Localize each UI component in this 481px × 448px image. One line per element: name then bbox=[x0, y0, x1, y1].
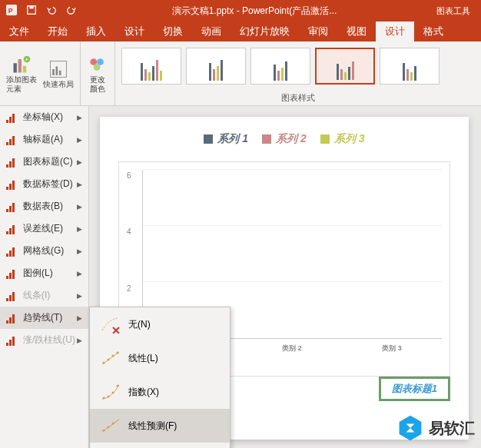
save-icon[interactable] bbox=[26, 5, 37, 18]
menu-item-label: 图例(L) bbox=[23, 267, 77, 280]
menu-item-9[interactable]: 趋势线(T)▶ bbox=[0, 307, 88, 329]
quick-access-toolbar: P bbox=[6, 5, 77, 18]
titlebar: P 演示文稿1.pptx - PowerPoint(产品激活... 图表工具 bbox=[0, 0, 481, 22]
menu-item-1[interactable]: 轴标题(A)▶ bbox=[0, 128, 88, 151]
svg-rect-19 bbox=[6, 142, 8, 145]
menu-item-3[interactable]: 数据标签(D)▶ bbox=[0, 173, 88, 195]
svg-rect-12 bbox=[59, 70, 61, 75]
menu-item-10: 涨/跌柱线(U)▶ bbox=[0, 329, 88, 351]
menu-item-label: 线条(I) bbox=[23, 289, 77, 302]
svg-rect-3 bbox=[29, 5, 33, 8]
chevron-right-icon: ▶ bbox=[77, 225, 82, 233]
svg-rect-40 bbox=[6, 298, 8, 301]
chart-style-2[interactable] bbox=[186, 48, 246, 85]
tab-view[interactable]: 视图 bbox=[337, 22, 376, 41]
chevron-right-icon: ▶ bbox=[77, 247, 82, 255]
menu-item-4[interactable]: 数据表(B)▶ bbox=[0, 195, 88, 217]
ribbon-group-chart-styles: 图表样式 bbox=[115, 41, 481, 105]
add-chart-element-label: 添加图表 元素 bbox=[6, 75, 37, 94]
trendline-option-0[interactable]: 无(N) bbox=[90, 307, 230, 341]
menu-item-label: 数据标签(D) bbox=[23, 178, 77, 191]
chevron-right-icon: ▶ bbox=[77, 203, 82, 211]
svg-rect-17 bbox=[9, 117, 12, 123]
menu-item-label: 图表标题(C) bbox=[23, 155, 77, 168]
chart-style-5[interactable] bbox=[380, 48, 440, 85]
chevron-right-icon: ▶ bbox=[77, 314, 82, 322]
tab-animation[interactable]: 动画 bbox=[192, 22, 231, 41]
trendline-option-label: 线性(L) bbox=[128, 352, 158, 365]
chart-style-4[interactable] bbox=[315, 48, 375, 85]
svg-rect-31 bbox=[6, 231, 8, 234]
menu-item-6[interactable]: 网格线(G)▶ bbox=[0, 240, 88, 262]
change-colors-button[interactable]: 更改 颜色 bbox=[85, 52, 110, 95]
svg-rect-4 bbox=[14, 63, 17, 72]
svg-rect-42 bbox=[12, 292, 15, 301]
chart-style-3[interactable] bbox=[250, 48, 310, 85]
svg-rect-11 bbox=[56, 66, 58, 75]
ppt-icon: P bbox=[6, 5, 17, 18]
trendline-option-2[interactable]: 指数(X) bbox=[90, 375, 230, 409]
tab-design[interactable]: 设计 bbox=[115, 22, 154, 41]
tab-transition[interactable]: 切换 bbox=[154, 22, 192, 41]
legend-swatch bbox=[320, 134, 330, 144]
svg-rect-23 bbox=[9, 161, 12, 168]
chevron-right-icon: ▶ bbox=[77, 270, 82, 277]
menu-item-5[interactable]: 误差线(E)▶ bbox=[0, 217, 88, 240]
svg-text:+: + bbox=[25, 55, 28, 62]
svg-rect-22 bbox=[6, 164, 8, 168]
svg-point-15 bbox=[94, 64, 101, 71]
svg-text:P: P bbox=[8, 6, 13, 14]
svg-rect-6 bbox=[23, 65, 26, 72]
chart-title-box[interactable]: 图表标题1 bbox=[379, 377, 450, 401]
legend-swatch bbox=[262, 134, 271, 144]
tab-home[interactable]: 开始 bbox=[38, 22, 77, 41]
menu-item-label: 趋势线(T) bbox=[23, 311, 77, 324]
y-tick-label: 6 bbox=[127, 171, 131, 180]
tab-review[interactable]: 审阅 bbox=[299, 22, 337, 41]
chart-style-1[interactable] bbox=[121, 48, 181, 85]
svg-rect-41 bbox=[9, 295, 12, 301]
trendline-option-3[interactable]: 线性预测(F) bbox=[90, 409, 230, 443]
tab-file[interactable]: 文件 bbox=[0, 22, 38, 41]
menu-item-7[interactable]: 图例(L)▶ bbox=[0, 262, 88, 284]
redo-icon[interactable] bbox=[66, 5, 77, 18]
svg-rect-10 bbox=[52, 69, 55, 75]
change-colors-label: 更改 颜色 bbox=[90, 75, 105, 94]
trendline-option-4[interactable]: 移动平均(A) bbox=[90, 443, 230, 448]
svg-rect-35 bbox=[9, 251, 12, 257]
menu-item-label: 坐标轴(X) bbox=[23, 111, 77, 124]
quick-layout-label: 快速布局 bbox=[43, 80, 74, 89]
menu-item-label: 误差线(E) bbox=[23, 222, 77, 235]
tab-insert[interactable]: 插入 bbox=[77, 22, 115, 41]
tab-chart-design[interactable]: 设计 bbox=[376, 22, 414, 41]
svg-rect-37 bbox=[6, 276, 8, 279]
svg-rect-26 bbox=[9, 184, 12, 190]
svg-rect-27 bbox=[12, 181, 15, 190]
menu-item-2[interactable]: 图表标题(C)▶ bbox=[0, 151, 88, 173]
trendline-option-1[interactable]: 线性(L) bbox=[90, 341, 230, 375]
quick-layout-button[interactable]: 快速布局 bbox=[41, 57, 75, 91]
svg-rect-32 bbox=[9, 228, 12, 234]
svg-rect-46 bbox=[6, 343, 8, 346]
menu-item-0[interactable]: 坐标轴(X)▶ bbox=[0, 106, 88, 128]
menu-item-label: 网格线(G) bbox=[23, 244, 77, 257]
chevron-right-icon: ▶ bbox=[77, 114, 82, 121]
chart-styles-label: 图表样式 bbox=[115, 91, 481, 105]
watermark-text: 易软汇 bbox=[429, 418, 475, 439]
chevron-right-icon: ▶ bbox=[77, 158, 82, 166]
trendline-submenu: 无(N)线性(L)指数(X)线性预测(F)移动平均(A)其他趋势线选项(M)..… bbox=[89, 307, 231, 448]
contextual-tab-label: 图表工具 bbox=[432, 5, 475, 17]
ribbon-tabs: 文件 开始 插入 设计 切换 动画 幻灯片放映 审阅 视图 设计 格式 bbox=[0, 22, 481, 41]
svg-marker-67 bbox=[400, 416, 422, 440]
legend-label: 系列 2 bbox=[276, 132, 307, 146]
x-tick-label: 类别 2 bbox=[282, 343, 302, 353]
add-chart-element-button[interactable]: + 添加图表 元素 bbox=[5, 52, 38, 95]
ribbon: + 添加图表 元素 快速布局 更改 颜色 图表样式 bbox=[0, 41, 481, 106]
svg-rect-28 bbox=[6, 209, 8, 212]
undo-icon[interactable] bbox=[46, 5, 57, 18]
chevron-right-icon: ▶ bbox=[77, 337, 82, 344]
svg-rect-43 bbox=[6, 320, 8, 324]
tab-slideshow[interactable]: 幻灯片放映 bbox=[231, 22, 299, 41]
tab-format[interactable]: 格式 bbox=[414, 22, 453, 41]
svg-rect-18 bbox=[12, 114, 15, 123]
